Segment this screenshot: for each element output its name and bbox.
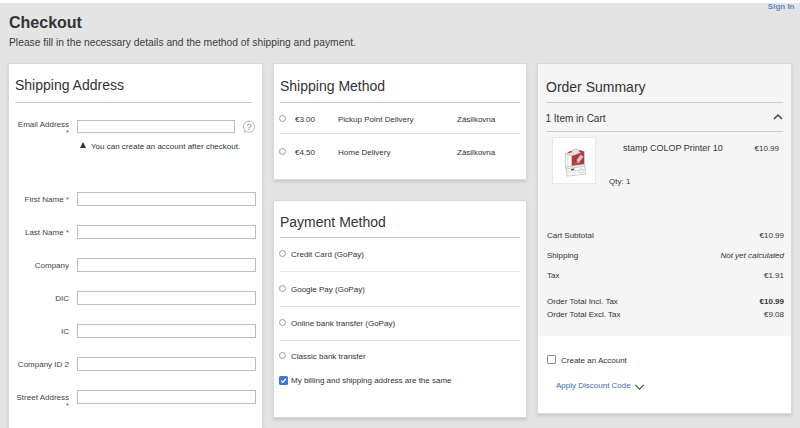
svg-text:?: ? <box>246 122 251 132</box>
